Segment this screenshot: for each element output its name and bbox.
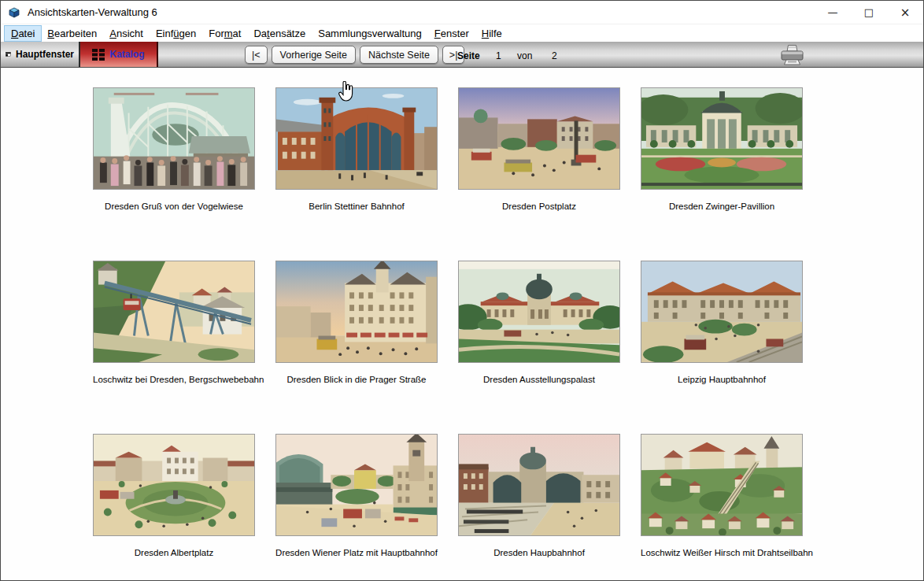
menu-einfuegen[interactable]: Einfügen [150,26,202,41]
postcard-caption: Dresden Postplatz [458,202,620,211]
page-total-value: 2 [552,50,557,61]
postcard-image-postplatz[interactable] [458,87,620,190]
postcard-card: Dresden Haupbahnhof [458,434,620,557]
page-counter-label: Seite [457,50,480,61]
postcard-card: Dresden Albertplatz [93,434,255,557]
postcard-caption: Dresden Haupbahnhof [458,548,620,557]
catalog-page: Dresden Gruß von der Vogelwiese [1,68,923,580]
postcard-card: Dresden Ausstellungspalast [458,261,620,384]
page-separator-label: von [517,50,532,61]
printer-icon[interactable] [778,44,805,66]
postcard-caption: Dresden Wiener Platz mit Hauptbahnhof [275,548,438,557]
postcard-card: Loschwitz Weißer Hirsch mit Drahtseilbah… [641,434,803,557]
app-window: { "window": { "title": "Ansichtskarten-V… [0,0,924,581]
maximize-button[interactable]: □ [851,1,887,24]
menu-hilfe[interactable]: Hilfe [475,26,508,41]
menu-format[interactable]: Format [202,26,247,41]
postcard-caption: Dresden Gruß von der Vogelwiese [93,202,255,211]
menu-bearbeiten[interactable]: Bearbeiten [41,26,103,41]
menu-sammlungsverwaltung[interactable]: Sammlungsverwaltung [312,26,428,41]
postcard-caption: Leipzig Hauptbahnhof [641,375,803,384]
window-title: Ansichtskarten-Verwaltung 6 [28,6,157,18]
window-controls: — □ × [815,1,923,24]
postcard-card: Dresden Gruß von der Vogelwiese [93,87,255,211]
postcard-image-stettiner-bahnhof[interactable] [275,87,438,190]
postcard-card: Dresden Blick in die Prager Straße [275,261,438,384]
window-layout-icon [6,49,11,60]
postcard-image-albertplatz[interactable] [93,434,255,536]
app-icon[interactable] [8,6,20,19]
tab-hauptfenster[interactable]: Hauptfenster [1,42,80,67]
menu-datensaetze[interactable]: Datensätze [247,26,312,41]
toolbar: Hauptfenster Katalog |< Vorherige Seite … [1,42,923,68]
minimize-button[interactable]: — [815,1,851,24]
postcard-card: Dresden Postplatz [458,87,620,211]
tab-katalog-label: Katalog [109,49,144,60]
postcard-grid: Dresden Gruß von der Vogelwiese [93,87,803,557]
previous-page-button[interactable]: Vorherige Seite [272,46,356,64]
postcard-image-zwinger[interactable] [641,87,803,190]
postcard-caption: Loschwitz bei Dresden, Bergschwebebahn [93,375,255,384]
postcard-card: Leipzig Hauptbahnhof [641,261,803,384]
postcard-card: Dresden Wiener Platz mit Hauptbahnhof [275,434,438,557]
menu-ansicht[interactable]: Ansicht [103,26,150,41]
menu-fenster[interactable]: Fenster [428,26,475,41]
postcard-image-bergschwebebahn[interactable] [93,261,255,363]
grid-icon [92,49,105,61]
postcard-card: Loschwitz bei Dresden, Bergschwebebahn [93,261,255,384]
close-button[interactable]: × [887,1,923,24]
tab-katalog[interactable]: Katalog [80,42,158,67]
postcard-image-ausstellungspalast[interactable] [458,261,620,363]
postcard-caption: Dresden Zwinger-Pavillion [641,202,803,211]
page-navigation: |< Vorherige Seite Nächste Seite >| [245,46,464,64]
postcard-image-vogelwiese[interactable] [93,87,255,190]
postcard-caption: Dresden Ausstellungspalast [458,375,620,384]
tab-hauptfenster-label: Hauptfenster [16,49,74,60]
postcard-image-wiener-platz[interactable] [275,434,438,536]
postcard-caption: Berlin Stettiner Bahnhof [275,202,438,211]
postcard-card: Berlin Stettiner Bahnhof [275,87,438,211]
first-page-button[interactable]: |< [245,46,268,64]
next-page-button[interactable]: Nächste Seite [360,46,438,64]
postcard-caption: Dresden Blick in die Prager Straße [275,375,438,384]
postcard-image-leipzig-hbf[interactable] [641,261,803,363]
menu-datei[interactable]: Datei [5,26,41,41]
menu-bar: Datei Bearbeiten Ansicht Einfügen Format… [1,24,923,42]
postcard-caption: Loschwitz Weißer Hirsch mit Drahtseilbah… [641,548,803,557]
page-current-value: 1 [496,50,501,61]
postcard-card: Dresden Zwinger-Pavillion [641,87,803,211]
postcard-caption: Dresden Albertplatz [93,548,255,557]
postcard-image-dresden-hbf[interactable] [458,434,620,536]
title-bar: Ansichtskarten-Verwaltung 6 — □ × [1,1,923,24]
postcard-image-prager-strasse[interactable] [275,261,438,363]
postcard-image-weisser-hirsch[interactable] [641,434,803,536]
